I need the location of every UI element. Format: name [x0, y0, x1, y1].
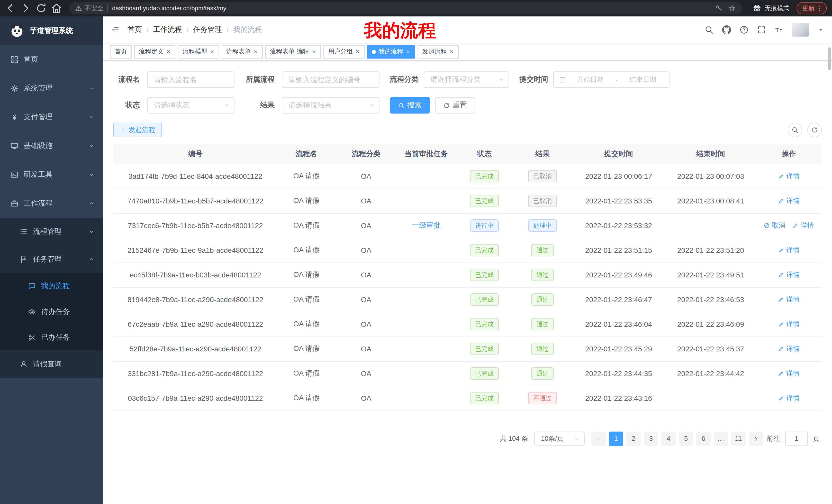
sidebar-item-my-process[interactable]: 我的流程 — [0, 273, 103, 299]
browser-back-icon[interactable] — [4, 2, 17, 15]
create-process-button[interactable]: 发起流程 — [113, 123, 162, 137]
password-key-icon[interactable] — [715, 5, 723, 12]
sidebar-item-workflow[interactable]: 工作流程 — [0, 189, 103, 218]
result-badge: 通过 — [531, 343, 554, 355]
detail-link[interactable]: 详情 — [778, 270, 800, 279]
security-status[interactable]: 不安全 — [75, 4, 103, 12]
detail-link[interactable]: 详情 — [778, 246, 800, 255]
bookmark-star-icon[interactable] — [729, 5, 736, 12]
close-tab-icon[interactable] — [449, 49, 454, 54]
more-pages-button[interactable]: ... — [714, 431, 728, 446]
detail-link[interactable]: 详情 — [792, 221, 814, 230]
sidebar-item-home[interactable]: 首页 — [0, 45, 103, 74]
sidebar-item-leave-query[interactable]: 请假查询 — [0, 351, 103, 378]
submit-time-cell: 2022-01-22 23:51:15 — [572, 238, 666, 262]
help-icon[interactable] — [739, 25, 749, 34]
detail-link[interactable]: 详情 — [778, 344, 800, 354]
view-tab[interactable]: 首页 — [110, 45, 132, 58]
submit-time-range-picker[interactable]: 开始日期 - 结束日期 — [553, 72, 670, 88]
start-date-input[interactable]: 开始日期 — [569, 75, 612, 84]
breadcrumb-item-task-manage[interactable]: 任务管理 — [193, 25, 222, 34]
sidebar-item-todo-task[interactable]: 待办任务 — [0, 299, 103, 325]
fullscreen-icon[interactable] — [757, 25, 766, 34]
page-button[interactable]: 1 — [609, 431, 623, 446]
detail-link[interactable]: 详情 — [778, 394, 800, 403]
page-button[interactable]: 4 — [661, 431, 676, 446]
page-button[interactable]: 3 — [644, 431, 658, 446]
goto-page-input[interactable] — [785, 431, 808, 446]
close-tab-icon[interactable] — [166, 49, 171, 54]
search-icon[interactable] — [704, 25, 714, 34]
view-tab[interactable]: 流程定义 — [134, 45, 175, 58]
process-name-input[interactable] — [147, 72, 234, 88]
page-button[interactable]: 11 — [731, 431, 746, 446]
sidebar-item-devtools[interactable]: 研发工具 — [0, 160, 103, 189]
font-size-icon[interactable]: TT — [774, 25, 784, 34]
status-select[interactable]: 请选择状态 — [147, 97, 234, 114]
parent-process-input[interactable] — [282, 72, 380, 88]
sidebar-item-infrastructure[interactable]: 基础设施 — [0, 132, 103, 160]
sidebar-item-label: 工作流程 — [24, 199, 52, 208]
detail-link[interactable]: 详情 — [778, 295, 800, 304]
next-page-button[interactable] — [749, 431, 763, 446]
refresh-table-button[interactable] — [807, 123, 822, 137]
breadcrumb-item-workflow[interactable]: 工作流程 — [153, 25, 182, 34]
id-cell: 3ad174fb-7b9d-11ec-8404-acde48001122 — [113, 164, 278, 189]
sidebar-toggle-button[interactable] — [103, 26, 128, 34]
browser-menu-icon[interactable] — [816, 5, 823, 12]
breadcrumb-item-home[interactable]: 首页 — [128, 25, 142, 34]
address-bar[interactable]: 不安全 dashboard.yudao.iocoder.cn/bpm/task/… — [69, 2, 742, 15]
page-size-select[interactable]: 10条/页 — [534, 431, 585, 446]
category-select[interactable]: 请选择流程分类 — [424, 72, 509, 88]
detail-link[interactable]: 详情 — [778, 172, 800, 181]
close-tab-icon[interactable] — [355, 49, 360, 54]
view-tab[interactable]: 发起流程 — [418, 45, 459, 58]
view-tab[interactable]: 流程表单 — [222, 45, 263, 58]
breadcrumb-item-current: 我的流程 — [233, 25, 262, 34]
process-name-cell: OA 请假 — [278, 337, 335, 361]
page-button[interactable]: 5 — [679, 431, 693, 446]
user-avatar[interactable] — [792, 23, 809, 37]
browser-forward-icon[interactable] — [20, 2, 32, 15]
table-row: 819442e8-7b9a-11ec-a290-acde48001122OA 请… — [113, 287, 822, 312]
sidebar-item-done-task[interactable]: 已办任务 — [0, 325, 103, 351]
sidebar-item-task-manage[interactable]: 任务管理 — [0, 246, 103, 273]
url-text[interactable]: dashboard.yudao.iocoder.cn/bpm/task/my — [112, 5, 226, 12]
detail-link[interactable]: 详情 — [778, 319, 800, 329]
browser-chrome: 不安全 dashboard.yudao.iocoder.cn/bpm/task/… — [0, 0, 832, 17]
close-tab-icon[interactable] — [210, 49, 214, 54]
toggle-search-button[interactable] — [788, 123, 802, 137]
sidebar-item-process-manage[interactable]: 流程管理 — [0, 218, 103, 246]
close-tab-icon[interactable] — [312, 49, 316, 54]
page-button[interactable]: 6 — [696, 431, 711, 446]
view-tab[interactable]: 流程模型 — [178, 45, 219, 58]
github-icon[interactable] — [722, 25, 731, 34]
search-button[interactable]: 搜索 — [390, 97, 430, 114]
browser-home-icon[interactable] — [50, 2, 63, 15]
avatar-caret-icon[interactable] — [817, 27, 824, 33]
view-tab[interactable]: 流程表单-编辑 — [265, 45, 321, 58]
current-task-link[interactable]: 一级审批 — [412, 221, 441, 229]
detail-link[interactable]: 详情 — [778, 196, 800, 205]
app-logo[interactable]: 芋道管理系统 — [0, 17, 103, 45]
browser-reload-icon[interactable] — [35, 2, 47, 15]
leave-query-icon — [20, 360, 28, 368]
view-tab[interactable]: 用户分组 — [323, 45, 365, 58]
chevron-down-icon — [224, 102, 230, 108]
scrollbar-thumb[interactable] — [828, 47, 831, 70]
reset-button[interactable]: 重置 — [435, 97, 475, 114]
view-tab[interactable]: 我的流程 — [367, 45, 415, 58]
page-button[interactable]: 2 — [626, 431, 641, 446]
refresh-icon — [811, 127, 818, 134]
prev-page-button[interactable] — [591, 431, 606, 446]
close-tab-icon[interactable] — [254, 49, 258, 54]
sidebar-item-payment[interactable]: 支付管理 — [0, 103, 103, 132]
sidebar-item-system[interactable]: 系统管理 — [0, 74, 103, 103]
cancel-link[interactable]: 取消 — [763, 221, 785, 230]
detail-link[interactable]: 详情 — [778, 369, 800, 378]
table-row: ec45f38f-7b9a-11ec-b03b-acde48001122OA 请… — [113, 262, 822, 287]
close-tab-icon[interactable] — [406, 49, 410, 54]
update-button[interactable]: 更新 — [797, 2, 827, 15]
end-date-input[interactable]: 结束日期 — [622, 75, 664, 84]
result-select[interactable]: 请选择流结果 — [282, 97, 380, 114]
